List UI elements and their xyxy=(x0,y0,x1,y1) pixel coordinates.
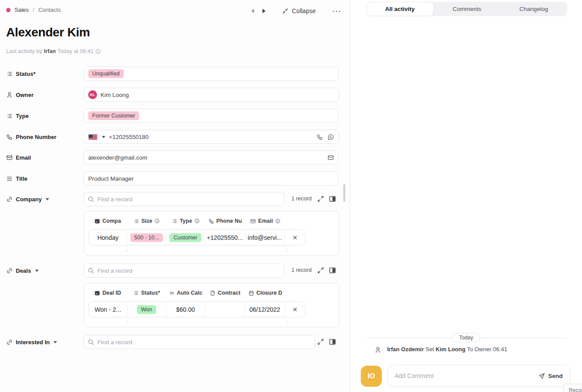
unlink-record-button[interactable]: ✕ xyxy=(285,230,305,245)
email-col-header[interactable]: Email xyxy=(245,217,285,225)
header-label: Type xyxy=(180,218,192,224)
title-field-label: Title xyxy=(6,171,28,185)
email-field-input[interactable]: alexender@gmail.com xyxy=(83,150,339,164)
call-icon[interactable] xyxy=(316,134,323,140)
send-comment-button[interactable]: Send xyxy=(539,373,563,379)
collapse-label: Collapse xyxy=(292,7,316,14)
header-label: Auto Calc xyxy=(177,290,202,296)
select-list-icon xyxy=(172,218,177,224)
interested-in-search[interactable] xyxy=(83,335,315,349)
status-value-pill[interactable]: Unqualified xyxy=(88,69,124,78)
type-field-input[interactable]: Former Customer xyxy=(83,109,339,123)
search-icon xyxy=(88,267,94,274)
title-label-text: Title xyxy=(16,175,28,182)
phone-label-text: Phone Number xyxy=(16,134,56,140)
deal-id-col-header[interactable]: Deal ID xyxy=(89,289,127,297)
contract-col-header[interactable]: Contract xyxy=(205,289,245,297)
collapse-button[interactable]: Collapse xyxy=(282,7,316,14)
type-label-text: Type xyxy=(16,113,29,119)
expand-icon[interactable] xyxy=(317,338,324,346)
record-link[interactable]: Won - 2... xyxy=(95,306,121,313)
select-list-icon xyxy=(6,113,13,119)
interested-in-label-text: Interested In xyxy=(16,339,50,346)
tab-changelog[interactable]: Changelog xyxy=(500,2,567,16)
field-row-email: Email alexender@gmail.com xyxy=(0,150,345,164)
send-icon xyxy=(539,373,545,379)
auto-calc-col-header[interactable]: Auto Calc xyxy=(166,289,205,297)
expand-icon[interactable] xyxy=(317,267,324,274)
status-col-header[interactable]: Status* xyxy=(127,289,166,297)
company-record-count: 1 record xyxy=(291,196,312,202)
more-options-button[interactable]: ··· xyxy=(332,7,341,15)
auto-calc-cell: $60.00 xyxy=(166,302,205,317)
email-cell: info@servi... xyxy=(245,230,285,245)
deals-search[interactable] xyxy=(83,264,284,278)
comment-input-box[interactable]: Send xyxy=(387,365,570,387)
field-row-owner: Owner KL Kim Loong xyxy=(0,88,345,102)
side-panel-icon[interactable] xyxy=(329,195,336,203)
company-linked-record-row[interactable]: Honday 500 - 10... Customer +12025550...… xyxy=(89,229,305,246)
breadcrumb-base[interactable]: Sales xyxy=(14,7,29,13)
company-field-label[interactable]: Company xyxy=(6,192,49,206)
type-field-label: Type xyxy=(6,109,29,123)
company-col-header[interactable]: Compa xyxy=(89,217,127,225)
whatsapp-icon[interactable] xyxy=(327,134,334,140)
deals-linked-record-row[interactable]: Won - 2... Won $60.00 06/12/2022 ✕ xyxy=(89,301,305,317)
status-field-input[interactable]: Unqualified xyxy=(83,67,339,81)
email-field-label: Email xyxy=(6,150,31,164)
next-record-button[interactable] xyxy=(258,6,269,16)
side-panel-icon[interactable] xyxy=(329,338,336,346)
interested-in-search-input[interactable] xyxy=(97,339,311,346)
phone-cell: +12025550... xyxy=(205,230,245,245)
tab-all-activity[interactable]: All activity xyxy=(366,2,434,16)
header-label: Contract xyxy=(218,290,240,296)
us-flag-icon[interactable] xyxy=(88,134,97,140)
company-search-input[interactable] xyxy=(97,196,280,203)
send-label: Send xyxy=(548,373,563,379)
interested-in-field-label[interactable]: Interested In xyxy=(6,335,57,349)
company-name-cell[interactable]: Honday xyxy=(89,230,127,245)
deal-id-cell[interactable]: Won - 2... xyxy=(89,302,127,317)
comment-input[interactable] xyxy=(395,372,539,379)
chevron-down-icon[interactable] xyxy=(102,136,105,138)
mail-icon[interactable] xyxy=(327,154,334,161)
activity-entry: Irfan Ozdemir Set Kim Loong To Owner 06:… xyxy=(374,346,507,353)
size-col-header[interactable]: Size xyxy=(127,217,166,225)
deals-table-header: Deal ID Status* Auto Calc Contract Closu… xyxy=(89,289,285,297)
arrow-left-icon xyxy=(251,9,254,13)
type-value-pill[interactable]: Former Customer xyxy=(88,111,139,120)
company-search[interactable] xyxy=(83,192,284,206)
side-panel-icon[interactable] xyxy=(329,267,336,274)
column-resize-tick xyxy=(127,321,127,324)
type-col-header[interactable]: Type xyxy=(166,217,205,225)
tab-comments[interactable]: Comments xyxy=(434,2,500,16)
phone-col-header[interactable]: Phone Nu xyxy=(205,217,245,225)
close-icon: ✕ xyxy=(292,234,298,241)
breadcrumb-table[interactable]: Contacts xyxy=(38,7,61,13)
title-field-input[interactable]: Product Manager xyxy=(83,171,339,185)
closure-date-col-header[interactable]: Closure D xyxy=(245,289,285,297)
activity-entry-text: Irfan Ozdemir Set Kim Loong To Owner 06:… xyxy=(387,346,507,353)
header-label: Phone Nu xyxy=(216,218,242,224)
page-title: Alexender Kim xyxy=(6,25,90,39)
owner-value: Kim Loong xyxy=(101,92,129,98)
header-label: Deal ID xyxy=(102,290,121,296)
chevron-down-icon xyxy=(54,341,57,343)
date-divider-badge: Today xyxy=(452,333,480,342)
deals-field-label[interactable]: Deals xyxy=(6,264,39,278)
company-table-header: Compa Size Type Phone Nu Email xyxy=(89,217,285,225)
closure-date-cell: 06/12/2022 xyxy=(245,302,285,317)
chevron-down-icon xyxy=(46,198,49,200)
record-link[interactable]: Honday xyxy=(97,234,119,241)
search-icon xyxy=(88,339,94,346)
owner-field-input[interactable]: KL Kim Loong xyxy=(83,88,339,102)
phone-field-input[interactable]: +12025550180 xyxy=(83,130,339,144)
type-pill: Customer xyxy=(169,233,201,242)
deals-search-input[interactable] xyxy=(97,267,280,274)
scrollbar-thumb[interactable] xyxy=(343,184,345,202)
field-row-title: Title Product Manager xyxy=(0,171,345,185)
previous-record-button[interactable] xyxy=(247,6,258,16)
expand-icon[interactable] xyxy=(317,195,324,203)
contract-cell xyxy=(205,302,245,317)
unlink-record-button[interactable]: ✕ xyxy=(285,302,305,317)
